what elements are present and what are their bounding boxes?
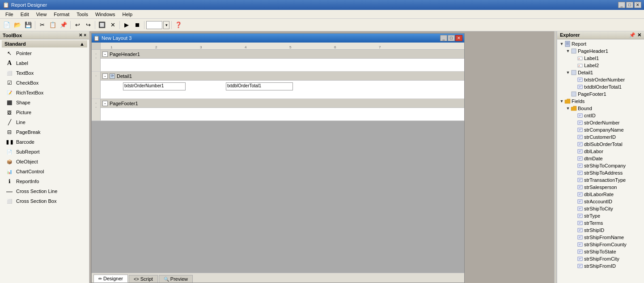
toolbox-item-crosssectionline[interactable]: Cross Section Line bbox=[2, 186, 87, 196]
tree-item-strshiptocompany[interactable]: strShipToCompany bbox=[558, 162, 643, 169]
toolbar-new[interactable]: 📄 bbox=[2, 20, 12, 30]
toolbar-help[interactable]: ❓ bbox=[174, 20, 183, 30]
toolbar-redo[interactable]: ↪ bbox=[83, 20, 93, 30]
toolbox-item-shape[interactable]: Shape bbox=[2, 98, 87, 107]
toolbar-cut[interactable]: ✂ bbox=[37, 20, 47, 30]
explorer-pin-btn[interactable]: 📌 bbox=[629, 32, 636, 38]
menu-view[interactable]: View bbox=[33, 11, 51, 18]
close-button[interactable]: ✕ bbox=[634, 2, 641, 8]
inner-close-button[interactable]: ✕ bbox=[455, 35, 462, 41]
tree-item-txtstrordernumber[interactable]: txtstrOrderNumber bbox=[558, 76, 643, 83]
toolbar-stop[interactable]: ⏹ bbox=[132, 20, 142, 30]
toolbox-item-chartcontrol[interactable]: ChartControl bbox=[2, 167, 87, 176]
toolbox-item-label[interactable]: Label bbox=[2, 58, 87, 68]
explorer-close-btn[interactable]: ✕ bbox=[637, 32, 641, 38]
tree-item-label1[interactable]: ALabel1 bbox=[558, 55, 643, 62]
svg-rect-45 bbox=[578, 164, 582, 167]
tree-text-strtype: strType bbox=[584, 213, 600, 219]
pagefooter-body[interactable] bbox=[101, 108, 464, 120]
toolbox-item-checkbox[interactable]: CheckBox bbox=[2, 78, 87, 88]
tab-designer[interactable]: ✏ Designer bbox=[93, 274, 128, 283]
reportinfo-icon bbox=[5, 177, 13, 185]
tree-item-strcompanyname[interactable]: strCompanyName bbox=[558, 126, 643, 133]
toolbox-item-barcode[interactable]: Barcode bbox=[2, 137, 87, 147]
tree-item-strshipid[interactable]: strShipID bbox=[558, 227, 643, 234]
tree-icon-pagefooter1 bbox=[571, 91, 577, 97]
tree-item-bound[interactable]: ▼Bound bbox=[558, 105, 643, 112]
tab-preview[interactable]: 🔍 Preview bbox=[159, 275, 193, 283]
toolbox-item-picture[interactable]: Picture bbox=[2, 107, 87, 117]
tree-item-strterms[interactable]: strTerms bbox=[558, 219, 643, 227]
tree-item-pageheader1[interactable]: ▼PageHeader1 bbox=[558, 47, 643, 55]
menu-help[interactable]: Help bbox=[119, 11, 136, 18]
tree-item-report[interactable]: ▼Report bbox=[558, 40, 643, 47]
zoom-dropdown[interactable]: ▾ bbox=[163, 21, 169, 29]
tree-item-strshipfromname[interactable]: strShipFromName bbox=[558, 234, 643, 241]
maximize-button[interactable]: □ bbox=[626, 2, 633, 8]
detail-toggle[interactable]: - bbox=[102, 73, 108, 79]
toolbar-sep2 bbox=[70, 21, 71, 29]
toolbox-item-crosssectionbox[interactable]: Cross Section Box bbox=[2, 196, 87, 206]
tree-item-strshiptoaddress[interactable]: strShipToAddress bbox=[558, 169, 643, 176]
toolbar-run[interactable]: ▶ bbox=[122, 20, 131, 30]
toolbar-copy[interactable]: 📋 bbox=[48, 20, 58, 30]
toolbox-item-textbox[interactable]: TextBox bbox=[2, 68, 87, 78]
tree-item-strordernumber[interactable]: strOrderNumber bbox=[558, 119, 643, 126]
toolbox-section-header[interactable]: Standard ▲ bbox=[2, 40, 87, 47]
tree-item-pagefooter1[interactable]: PageFooter1 bbox=[558, 90, 643, 98]
toolbox-item-pointer[interactable]: Pointer bbox=[2, 48, 87, 58]
menu-windows[interactable]: Windows bbox=[92, 11, 119, 18]
tree-item-strcustomerid[interactable]: strCustomerID bbox=[558, 133, 643, 141]
inner-minimize-button[interactable]: _ bbox=[440, 35, 447, 41]
pageheader-toggle[interactable]: - bbox=[102, 51, 108, 57]
toolbox-item-reportinfo[interactable]: ReportInfo bbox=[2, 176, 87, 186]
toolbox-close-btn[interactable]: ✕ × bbox=[79, 33, 86, 38]
tree-item-strtype[interactable]: strType bbox=[558, 212, 643, 219]
tree-item-fields[interactable]: ▼Fields bbox=[558, 98, 643, 105]
report-scroll-area[interactable]: - - - PageHeader1 bbox=[92, 50, 464, 273]
toolbar-undo[interactable]: ↩ bbox=[72, 20, 82, 30]
zoom-input[interactable]: 100 bbox=[146, 21, 162, 29]
toolbar-open[interactable]: 📂 bbox=[13, 20, 22, 30]
svg-text:A: A bbox=[578, 64, 580, 67]
tree-item-label2[interactable]: ALabel2 bbox=[558, 62, 643, 69]
menu-format[interactable]: Format bbox=[50, 11, 73, 18]
tree-item-detail1[interactable]: ▼Detail1 bbox=[558, 69, 643, 76]
tree-item-strshipfromcounty[interactable]: strShipFromCounty bbox=[558, 241, 643, 248]
menu-edit[interactable]: Edit bbox=[17, 11, 33, 18]
tree-item-strsalesperson[interactable]: strSalesperson bbox=[558, 184, 643, 191]
tree-item-dblsubordertotal[interactable]: dblSubOrderTotal bbox=[558, 141, 643, 148]
toolbar-paste[interactable]: 📌 bbox=[59, 20, 68, 30]
toolbox-item-subreport[interactable]: SubReport bbox=[2, 147, 87, 157]
tab-script[interactable]: <> Script bbox=[129, 275, 158, 283]
control-txtdblordertotal1[interactable]: txtdblOrderTotal1 bbox=[226, 82, 293, 90]
minimize-button[interactable]: _ bbox=[618, 2, 625, 8]
tree-item-strshiptostate[interactable]: strShipToState bbox=[558, 248, 643, 255]
toolbox-item-pagebreak[interactable]: PageBreak bbox=[2, 127, 87, 137]
tree-item-strtransactiontype[interactable]: strTransactionType bbox=[558, 176, 643, 184]
inner-maximize-button[interactable]: □ bbox=[448, 35, 455, 41]
pagefooter-toggle[interactable]: - bbox=[102, 101, 108, 106]
tree-item-dbllaborrate[interactable]: dblLaborRate bbox=[558, 191, 643, 198]
toolbox-item-oleobject[interactable]: OleObject bbox=[2, 157, 87, 167]
toolbox-label-label: Label bbox=[16, 60, 28, 66]
pageheader-body[interactable] bbox=[101, 59, 464, 71]
toolbar-save[interactable]: 💾 bbox=[23, 20, 33, 30]
tree-item-straccountid[interactable]: strAccountID bbox=[558, 198, 643, 205]
toolbar-btn5[interactable]: 🔲 bbox=[97, 20, 107, 30]
detail-body[interactable]: txtstrOrderNumber1 txtdblOrderTotal1 bbox=[101, 81, 464, 99]
tree-item-strshinptocity[interactable]: strShipToCity bbox=[558, 205, 643, 212]
below-report-area bbox=[92, 121, 464, 219]
tree-item-cntid[interactable]: cntID bbox=[558, 112, 643, 119]
tree-item-dtmdate[interactable]: dtmDate bbox=[558, 155, 643, 162]
toolbar-delete[interactable]: ✕ bbox=[108, 20, 118, 30]
tree-item-dbllabor[interactable]: dblLabor bbox=[558, 148, 643, 155]
menu-tools[interactable]: Tools bbox=[73, 11, 92, 18]
tree-item-strshipfromcity[interactable]: strShipFromCity bbox=[558, 255, 643, 262]
control-txtstrordernumber1[interactable]: txtstrOrderNumber1 bbox=[123, 82, 186, 90]
tree-item-txtdblordertotal1[interactable]: txtdblOrderTotal1 bbox=[558, 83, 643, 90]
toolbox-item-richtextbox[interactable]: RichTextBox bbox=[2, 88, 87, 98]
tree-item-strshipfromid[interactable]: strShipFromID bbox=[558, 262, 643, 270]
toolbox-item-line[interactable]: Line bbox=[2, 117, 87, 127]
menu-file[interactable]: File bbox=[2, 11, 17, 18]
